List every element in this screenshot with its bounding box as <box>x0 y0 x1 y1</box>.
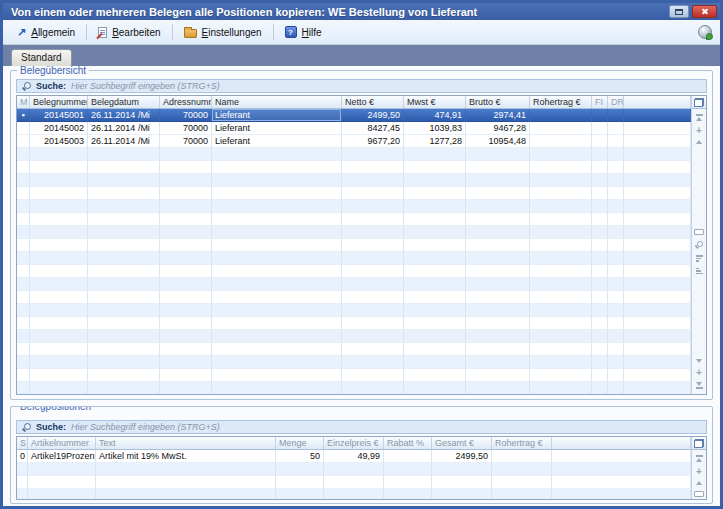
scroll-to-top-button[interactable] <box>696 455 703 462</box>
keyboard-button[interactable] <box>694 229 704 235</box>
close-button[interactable] <box>692 5 717 18</box>
search-bar-belege[interactable]: Suche: Hier Suchbegriff eingeben (STRG+S… <box>16 79 707 93</box>
column-header-name[interactable]: Name <box>212 96 342 108</box>
column-header-filler <box>624 96 691 108</box>
cell-rabatt <box>384 450 432 463</box>
cell-name: Lieferant <box>212 109 342 122</box>
empty-row <box>17 200 691 213</box>
cell-dr <box>608 135 624 148</box>
scroll-to-bottom-button[interactable] <box>696 382 703 389</box>
column-header-dr[interactable]: DR <box>608 96 624 108</box>
toolbar: Allgemein Bearbeiten Einstellungen Hilfe <box>3 20 720 45</box>
group-label-belegpositionen: Belegpositionen <box>17 406 94 412</box>
menu-einstellungen-label: Einstellungen <box>202 27 262 38</box>
search-label: Suche: <box>36 81 66 91</box>
sort-descending-button[interactable] <box>696 255 703 262</box>
column-header-netto[interactable]: Netto € <box>342 96 404 108</box>
positionen-grid: S Artikelnummer Text Menge Einzelpreis €… <box>16 436 707 500</box>
scroll-up-button[interactable] <box>696 140 702 144</box>
restore-window-icon <box>675 9 683 15</box>
scroll-up-button[interactable] <box>696 481 702 485</box>
column-header-belegdatum[interactable]: Belegdatum <box>88 96 160 108</box>
column-header-belegnummer[interactable]: Belegnummer <box>30 96 88 108</box>
cell-belegdatum: 26.11.2014 /Mi <box>88 109 160 122</box>
column-header-rabatt[interactable]: Rabatt % <box>384 437 432 449</box>
edit-page-icon <box>98 27 107 38</box>
column-chooser-button[interactable] <box>694 439 704 448</box>
column-header-filler <box>552 437 691 449</box>
empty-row <box>17 174 691 187</box>
column-header-rohertrag[interactable]: Rohertrag € <box>492 437 552 449</box>
titlebar[interactable]: Von einem oder mehreren Belegen alle Pos… <box>3 3 720 20</box>
search-bar-positionen[interactable]: Suche: Hier Suchbegriff eingeben (STRG+S… <box>16 420 707 434</box>
scroll-down-button[interactable] <box>696 359 702 363</box>
table-row[interactable]: 20145002 26.11.2014 /Mi 70000 Lieferant … <box>17 122 691 135</box>
empty-row <box>17 330 691 343</box>
column-header-mwst[interactable]: Mwst € <box>404 96 466 108</box>
column-chooser-button[interactable] <box>694 98 704 107</box>
empty-row <box>17 317 691 330</box>
tab-standard[interactable]: Standard <box>11 49 72 66</box>
column-header-menge[interactable]: Menge <box>276 437 324 449</box>
cell-artikelnummer: Artikel19Prozent <box>28 450 96 463</box>
table-row[interactable]: 20145003 26.11.2014 /Mi 70000 Lieferant … <box>17 135 691 148</box>
scroll-to-top-button[interactable] <box>696 114 703 121</box>
cell-name: Lieferant <box>212 122 342 135</box>
group-belegpositionen: Belegpositionen Suche: Hier Suchbegriff … <box>10 406 713 504</box>
toolbar-separator <box>86 24 87 40</box>
search-button[interactable] <box>695 241 703 249</box>
content-panel: Belegübersicht Suche: Hier Suchbegriff e… <box>3 66 720 506</box>
menu-hilfe[interactable]: Hilfe <box>277 23 330 41</box>
empty-row <box>17 278 691 291</box>
group-beleguebersicht: Belegübersicht Suche: Hier Suchbegriff e… <box>10 70 713 400</box>
cell-menge: 50 <box>276 450 324 463</box>
cell-name: Lieferant <box>212 135 342 148</box>
column-header-text[interactable]: Text <box>96 437 276 449</box>
table-row[interactable]: 0 Artikel19Prozent Artikel mit 19% MwSt.… <box>17 450 691 463</box>
cell-einzelpreis: 49,99 <box>324 450 384 463</box>
empty-row <box>17 148 691 161</box>
empty-row <box>17 356 691 369</box>
maximize-button[interactable] <box>669 5 689 18</box>
cell-filler <box>624 135 691 148</box>
add-record-button[interactable] <box>696 369 702 376</box>
grid-side-toolbar <box>691 96 706 394</box>
empty-row <box>17 187 691 200</box>
column-header-gesamt[interactable]: Gesamt € <box>432 437 492 449</box>
belege-grid-header: M Belegnummer Belegdatum Adressnumm Name… <box>17 96 691 109</box>
keyboard-button[interactable] <box>694 491 704 497</box>
column-header-artikelnummer[interactable]: Artikelnummer <box>28 437 96 449</box>
add-record-button[interactable] <box>696 127 702 134</box>
sort-ascending-button[interactable] <box>696 268 703 275</box>
menu-bearbeiten[interactable]: Bearbeiten <box>90 24 168 41</box>
menu-einstellungen[interactable]: Einstellungen <box>176 23 270 41</box>
grid-side-toolbar <box>691 437 706 499</box>
cell-belegnummer: 20145003 <box>30 135 88 148</box>
cell-brutto: 2974,41 <box>466 109 530 122</box>
menu-allgemein[interactable]: Allgemein <box>9 24 83 41</box>
column-header-m[interactable]: M <box>17 96 30 108</box>
cell-rohertrag <box>492 450 552 463</box>
globe-icon[interactable] <box>698 25 712 39</box>
column-header-brutto[interactable]: Brutto € <box>466 96 530 108</box>
column-header-fi[interactable]: FI <box>592 96 608 108</box>
cell-rohertrag <box>530 109 592 122</box>
cell-mwst: 1039,83 <box>404 122 466 135</box>
column-header-einzelpreis[interactable]: Einzelpreis € <box>324 437 384 449</box>
empty-row <box>17 489 691 499</box>
cell-dr <box>608 122 624 135</box>
arrow-up-right-icon <box>17 27 26 38</box>
column-header-s[interactable]: S <box>17 437 28 449</box>
toolbar-separator <box>273 24 274 40</box>
cell-netto: 9677,20 <box>342 135 404 148</box>
add-record-button[interactable] <box>696 468 702 475</box>
menu-hilfe-label: Hilfe <box>302 27 322 38</box>
column-header-rohertrag[interactable]: Rohertrag € <box>530 96 592 108</box>
cell-belegnummer: 20145002 <box>30 122 88 135</box>
cell-marker <box>17 122 30 135</box>
empty-row <box>17 476 691 489</box>
empty-row <box>17 304 691 317</box>
empty-row <box>17 226 691 239</box>
table-row-selected[interactable]: ▪ 20145001 26.11.2014 /Mi 70000 Lieferan… <box>17 109 691 122</box>
column-header-adressnummer[interactable]: Adressnumm <box>160 96 212 108</box>
